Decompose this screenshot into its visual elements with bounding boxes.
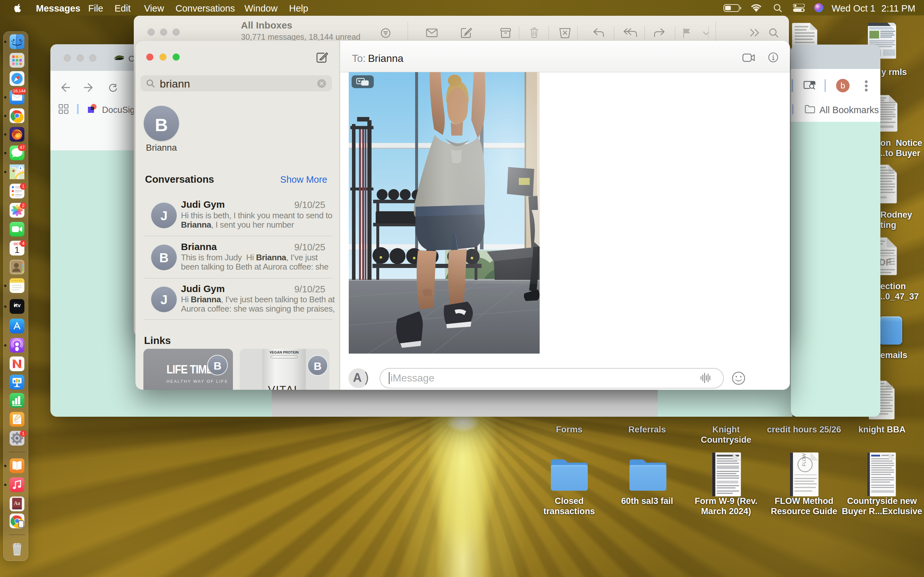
svg-text:FLOW: FLOW (801, 453, 806, 466)
svg-text:Aa: Aa (14, 500, 20, 506)
svg-text:1: 1 (15, 245, 19, 255)
svg-text:tv: tv (16, 302, 21, 308)
